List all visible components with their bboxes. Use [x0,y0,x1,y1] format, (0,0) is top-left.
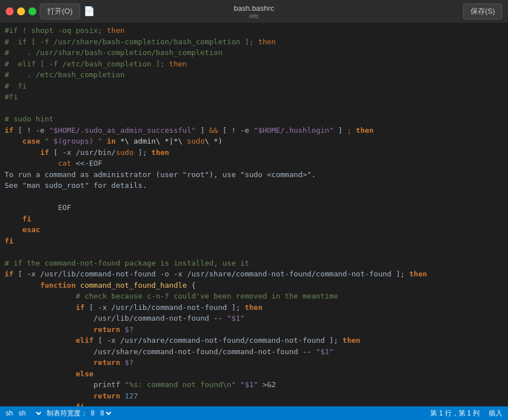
statusbar-tab-label: 制表符宽度： [47,409,88,418]
statusbar-tab-value: 8 [91,409,95,417]
statusbar: sh sh bash 制表符宽度： 8 8 4 2 第 1 行，第 1 列 插入 [0,406,508,420]
statusbar-mode: 插入 [489,409,502,418]
titlebar-left: 打开(O) 📄 [6,3,95,19]
titlebar-center: bash.bashrc /etc [234,4,274,19]
minimize-button[interactable] [17,7,25,15]
statusbar-left: sh sh bash 制表符宽度： 8 8 4 2 [6,409,113,418]
title-filename: bash.bashrc [234,4,274,12]
statusbar-lang: sh [6,409,13,417]
lang-selector[interactable]: sh bash [16,409,43,418]
tab-width-selector[interactable]: 8 4 2 [98,409,113,418]
maximize-button[interactable] [28,7,36,15]
titlebar: 打开(O) 📄 bash.bashrc /etc 保存(S) [0,0,508,23]
open-button[interactable]: 打开(O) [40,3,80,19]
file-icon: 📄 [84,6,95,17]
statusbar-position: 第 1 行，第 1 列 [430,409,480,418]
close-button[interactable] [6,7,14,15]
title-path: /etc [234,12,274,19]
code-content: #if ! shopt -oq posix; then # if [ -f /u… [0,25,508,406]
statusbar-right: 第 1 行，第 1 列 插入 [430,409,502,418]
save-button[interactable]: 保存(S) [463,3,502,19]
editor[interactable]: #if ! shopt -oq posix; then # if [ -f /u… [0,23,508,406]
